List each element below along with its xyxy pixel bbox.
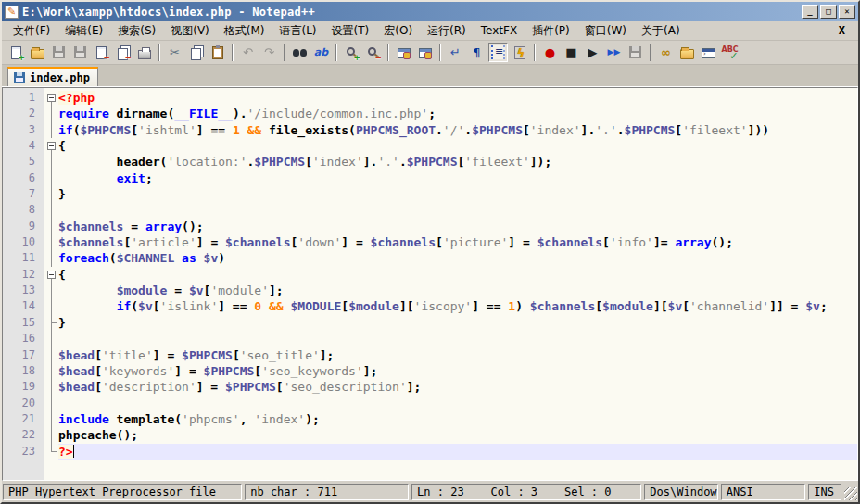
close-button[interactable]: ✕ — [839, 5, 855, 19]
new-file-icon[interactable]: + — [6, 43, 26, 62]
paste-icon[interactable] — [208, 43, 227, 62]
menu-item-2[interactable]: 搜索(S) — [110, 21, 163, 41]
zoom-out-icon[interactable]: − — [363, 43, 383, 62]
menu-item-3[interactable]: 视图(V) — [163, 21, 217, 41]
code-line-14[interactable]: 14 if($v['islink'] == 0 && $MODULE[$modu… — [3, 298, 857, 314]
redo-icon[interactable]: ↷ — [259, 43, 279, 62]
save-all-icon[interactable] — [70, 43, 90, 62]
code-line-21[interactable]: 21include template('phpcms', 'index'); — [3, 411, 857, 427]
close-all-icon[interactable]: − — [113, 43, 133, 62]
fold-margin[interactable] — [44, 298, 58, 314]
code-line-12[interactable]: 12{ — [3, 267, 857, 283]
fold-margin[interactable] — [44, 267, 58, 283]
code-line-18[interactable]: 18$head['keywords'] = $PHPCMS['seo_keywo… — [3, 363, 857, 379]
code-line-22[interactable]: 22phpcache(); — [3, 427, 857, 443]
fold-margin[interactable] — [44, 186, 58, 202]
close-doc-icon[interactable]: − — [92, 43, 111, 62]
fold-margin[interactable] — [44, 331, 58, 346]
fold-collapse-icon[interactable] — [47, 142, 56, 150]
stop-macro-icon[interactable]: ■ — [562, 43, 581, 62]
fold-margin[interactable] — [44, 170, 58, 186]
resize-grip[interactable] — [844, 487, 857, 500]
menu-item-10[interactable]: 插件(P) — [525, 21, 577, 41]
fold-margin[interactable] — [44, 154, 58, 170]
code-line-17[interactable]: 17$head['title'] = $PHPCMS['seo_title']; — [3, 347, 857, 363]
code-line-3[interactable]: 3if($PHPCMS['ishtml'] == 1 && file_exist… — [3, 122, 857, 138]
menu-item-4[interactable]: 格式(M) — [217, 21, 272, 41]
find-icon[interactable] — [290, 43, 310, 62]
fold-margin[interactable] — [44, 202, 58, 218]
code-line-13[interactable]: 13 $module = $v['module']; — [3, 283, 857, 298]
fold-margin[interactable] — [44, 234, 58, 250]
fold-margin[interactable] — [44, 138, 58, 154]
menu-item-11[interactable]: 窗口(W) — [577, 21, 634, 41]
fold-margin[interactable] — [44, 363, 58, 379]
code-line-16[interactable]: 16 — [3, 331, 857, 346]
open-file-icon[interactable] — [28, 43, 47, 62]
fold-margin[interactable] — [44, 411, 58, 427]
maximize-button[interactable]: □ — [820, 5, 837, 19]
save-icon[interactable] — [49, 43, 69, 62]
code-line-15[interactable]: 15} — [3, 315, 857, 331]
fold-margin[interactable] — [44, 427, 58, 443]
tab-index-php[interactable]: index.php — [7, 67, 98, 86]
code-line-5[interactable]: 5 header('location:'.$PHPCMS['index'].'.… — [3, 154, 857, 170]
play-macro-icon[interactable]: ▶ — [583, 43, 602, 62]
indent-guide-icon[interactable] — [488, 43, 508, 62]
replace-icon[interactable]: ab — [311, 43, 331, 62]
code-line-1[interactable]: 1<?php — [3, 90, 857, 106]
code-line-23[interactable]: 23?> — [3, 444, 857, 460]
word-wrap-icon[interactable]: ↵ — [446, 43, 465, 62]
fold-margin[interactable] — [44, 396, 58, 411]
undo-icon[interactable]: ↶ — [238, 43, 258, 62]
run-macro-multi-icon[interactable]: ▶▶ — [604, 43, 624, 62]
menu-item-5[interactable]: 语言(L) — [272, 21, 324, 41]
plugin-folder-icon[interactable] — [677, 43, 697, 62]
code-line-19[interactable]: 19$head['description'] = $PHPCMS['seo_de… — [3, 379, 857, 395]
textfx-link-icon[interactable]: ∞ — [656, 43, 676, 62]
code-editor[interactable]: 1<?php2require dirname(__FILE__).'/inclu… — [2, 87, 858, 481]
menu-item-8[interactable]: 运行(R) — [420, 21, 474, 41]
menu-item-7[interactable]: 宏(O) — [376, 21, 420, 41]
copy-icon[interactable] — [186, 43, 206, 62]
doc-close-button[interactable]: X — [829, 24, 854, 37]
record-macro-icon[interactable]: ● — [540, 43, 560, 62]
fold-margin[interactable] — [44, 379, 58, 395]
save-macro-icon[interactable] — [626, 43, 645, 62]
menu-item-12[interactable]: 关于(A) — [634, 21, 688, 41]
code-line-10[interactable]: 10$channels['article'] = $channels['down… — [3, 234, 857, 250]
fold-margin[interactable] — [44, 347, 58, 363]
code-line-11[interactable]: 11foreach($CHANNEL as $v) — [3, 250, 857, 266]
function-completion-icon[interactable] — [510, 43, 529, 62]
show-all-chars-icon[interactable]: ¶ — [467, 43, 487, 62]
fold-margin[interactable] — [44, 283, 58, 298]
console-icon[interactable] — [699, 43, 718, 62]
fold-margin[interactable] — [44, 315, 58, 331]
cut-icon[interactable]: ✂ — [165, 43, 184, 62]
fold-margin[interactable] — [44, 122, 58, 138]
fold-collapse-icon[interactable] — [47, 271, 56, 279]
fold-collapse-icon[interactable] — [47, 94, 56, 102]
code-line-8[interactable]: 8 — [3, 202, 857, 218]
title-bar[interactable]: ✎ E:\Work\xampp\htdocs\index.php - Notep… — [2, 2, 858, 21]
code-line-2[interactable]: 2require dirname(__FILE__).'/include/com… — [3, 106, 857, 121]
fold-margin[interactable] — [44, 250, 58, 266]
fold-margin[interactable] — [44, 444, 58, 460]
fold-margin[interactable] — [44, 106, 58, 121]
code-line-7[interactable]: 7} — [3, 186, 857, 202]
spellcheck-icon[interactable] — [720, 43, 740, 62]
menu-item-6[interactable]: 设置(T) — [324, 21, 377, 41]
code-line-4[interactable]: 4{ — [3, 138, 857, 154]
menu-item-9[interactable]: TextFX — [474, 22, 525, 39]
code-line-6[interactable]: 6 exit; — [3, 170, 857, 186]
menu-item-1[interactable]: 编辑(E) — [57, 21, 110, 41]
sync-horizontal-icon[interactable] — [415, 43, 435, 62]
fold-margin[interactable] — [44, 219, 58, 234]
sync-vertical-icon[interactable] — [394, 43, 413, 62]
code-line-20[interactable]: 20 — [3, 396, 857, 411]
minimize-button[interactable]: _ — [802, 5, 818, 19]
menu-item-0[interactable]: 文件(F) — [6, 21, 57, 41]
zoom-in-icon[interactable]: + — [342, 43, 361, 62]
code-line-9[interactable]: 9$channels = array(); — [3, 219, 857, 234]
print-icon[interactable] — [134, 43, 154, 62]
